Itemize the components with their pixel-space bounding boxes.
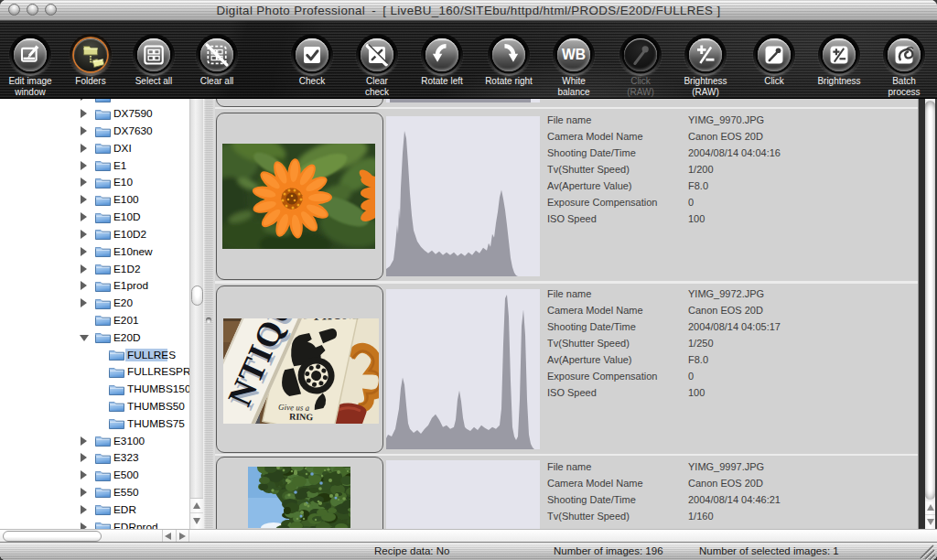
svg-text:WB: WB (562, 47, 586, 62)
svg-text:RING: RING (289, 411, 314, 422)
svg-text:as: as (303, 318, 311, 320)
